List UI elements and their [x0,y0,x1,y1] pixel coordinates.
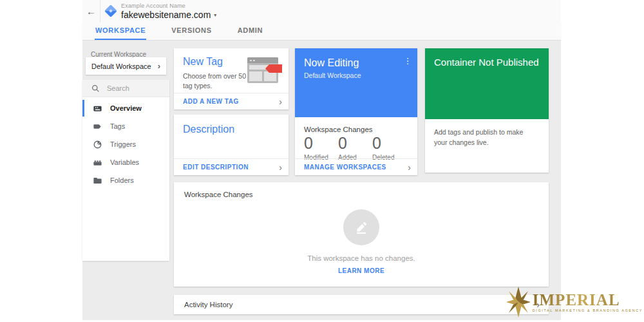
workspace-changes-label: Workspace Changes [304,126,373,133]
description-title: Description [183,124,234,135]
edit-description-button[interactable]: EDIT DESCRIPTION › [174,158,289,175]
search-input[interactable] [107,84,158,92]
chevron-right-icon: › [279,162,282,173]
search-bar[interactable] [82,80,169,97]
container-status-title: Container Not Published [434,57,539,68]
container-status-card: Container Not Published Add tags and pub… [425,48,549,173]
now-editing-title: Now Editing [304,57,408,69]
empty-state: This workspace has no changes. LEARN MOR… [174,209,549,274]
active-indicator [82,136,84,153]
workspace-changes-title: Workspace Changes [184,191,253,198]
account-block: Example Account Name fakewebsitename.com… [121,3,216,20]
main-tabbar: WORKSPACE VERSIONS ADMIN [82,22,561,41]
folder-icon [92,175,102,185]
manage-workspaces-button[interactable]: MANAGE WORKSPACES › [295,158,417,175]
page: ← Example Account Name fakewebsitename.c… [0,0,644,322]
sidebar-item-label: Triggers [110,140,136,148]
description-card: Description EDIT DESCRIPTION › [174,115,289,175]
stat-deleted: 0 Deleted [372,134,406,161]
caret-down-icon: ▾ [214,12,216,18]
container-selector[interactable]: fakewebsitename.com ▾ [121,10,216,20]
content-area: Current Workspace Default Workspace › [82,41,561,320]
kebab-menu-icon[interactable]: ⋮ [403,56,412,66]
tag-illustration [247,57,282,83]
watermark-text: IMPERIAL DIGITAL MARKETING & BRANDING AG… [533,292,643,312]
container-status-body: Add tags and publish to make your change… [434,127,537,147]
sidebar-item-label: Tags [110,122,125,130]
sidebar-item-label: Variables [110,158,139,166]
chevron-right-icon: › [408,162,411,173]
now-editing-header: Now Editing Default Workspace ⋮ [295,48,417,117]
sidebar-item-label: Overview [110,104,142,112]
sidebar-item-variables[interactable]: Variables [82,153,169,171]
sidebar-item-label: Folders [110,176,134,184]
add-new-tag-label: ADD A NEW TAG [183,98,239,105]
stat-value: 0 [372,134,406,153]
gtm-logo-icon [104,5,117,17]
active-indicator [82,172,84,189]
new-tag-card: New Tag Choose from over 50 tag types. A… [174,48,289,109]
sidebar-item-tags[interactable]: Tags [82,117,169,135]
activity-history-row[interactable]: Activity History › [174,295,549,314]
sidebar-panel: Overview Tags Triggers [82,80,169,261]
chevron-right-icon: › [279,97,282,107]
add-new-tag-button[interactable]: ADD A NEW TAG › [174,93,289,109]
workspace-changes-card: Workspace Changes This workspace has no … [174,182,549,287]
workspace-selector[interactable]: Default Workspace › [86,57,166,75]
overview-icon [92,103,102,113]
container-status-header: Container Not Published [425,48,549,119]
tag-icon [92,121,102,131]
watermark-tagline: DIGITAL MARKETING & BRANDING AGENCY [533,308,643,312]
back-arrow-button[interactable]: ← [82,0,100,22]
sidebar-nav: Overview Tags Triggers [82,97,169,189]
active-indicator [82,118,84,135]
learn-more-link[interactable]: LEARN MORE [338,267,384,274]
gtm-app-window: ← Example Account Name fakewebsitename.c… [82,0,561,320]
workspace-changes-stats: 0 Modified 0 Added 0 Deleted [304,134,406,161]
manage-workspaces-label: MANAGE WORKSPACES [304,164,386,171]
now-editing-workspace: Default Workspace [304,71,408,79]
variables-icon [92,157,102,167]
stat-value: 0 [304,134,338,153]
stat-value: 0 [338,134,372,153]
stat-modified: 0 Modified [304,134,338,161]
sidebar-item-triggers[interactable]: Triggers [82,135,169,153]
tab-admin[interactable]: ADMIN [237,22,264,40]
app-header: ← Example Account Name fakewebsitename.c… [82,0,561,22]
new-tag-description: Choose from over 50 tag types. [183,71,247,91]
stat-added: 0 Added [338,134,372,161]
header-divider [100,0,100,22]
pencil-icon [354,220,368,234]
imperial-star-logo [506,286,531,318]
new-tag-title: New Tag [183,56,223,68]
active-indicator [82,100,84,117]
trigger-icon [92,139,102,149]
active-indicator [82,154,84,171]
workspace-selector-label: Default Workspace [91,62,151,70]
empty-state-text: This workspace has no changes. [307,254,415,262]
now-editing-card: Now Editing Default Workspace ⋮ Workspac… [295,48,417,175]
watermark-brand-name: IMPERIAL [533,292,643,308]
imperial-watermark: IMPERIAL DIGITAL MARKETING & BRANDING AG… [506,286,643,318]
sidebar-item-folders[interactable]: Folders [82,171,169,189]
account-name: Example Account Name [121,3,216,9]
pencil-circle-graphic [343,209,379,245]
tab-versions[interactable]: VERSIONS [171,22,212,40]
sidebar-item-overview[interactable]: Overview [82,99,169,117]
search-icon [91,84,100,93]
chevron-right-icon: › [158,61,160,71]
activity-history-label: Activity History [184,301,232,308]
container-name: fakewebsitename.com [121,10,211,20]
edit-description-label: EDIT DESCRIPTION [183,164,249,171]
tab-workspace[interactable]: WORKSPACE [95,22,146,40]
